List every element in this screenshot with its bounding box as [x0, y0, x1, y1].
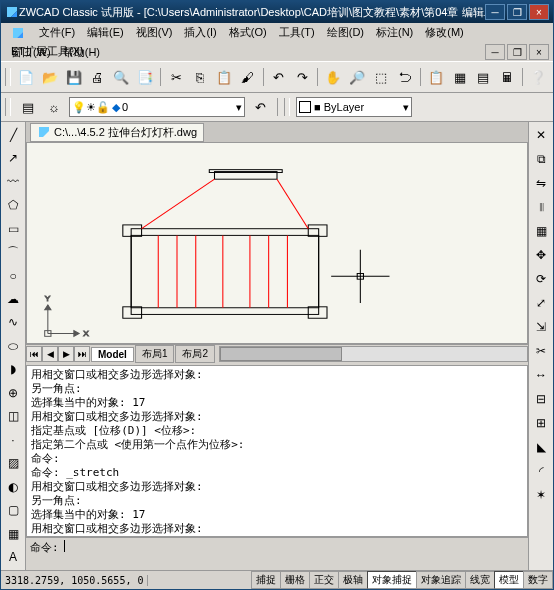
color-combo[interactable]: ■ ByLayer ▾: [296, 97, 412, 117]
snap-toggle[interactable]: 捕捉: [251, 571, 281, 589]
point-icon[interactable]: ·: [2, 429, 24, 450]
extend-icon[interactable]: ↔: [530, 364, 552, 386]
calc-icon[interactable]: 🖩: [496, 66, 518, 88]
offset-icon[interactable]: ⫴: [530, 196, 552, 218]
ortho-toggle[interactable]: 正交: [309, 571, 339, 589]
arc-icon[interactable]: ⌒: [2, 241, 24, 262]
osnap-toggle[interactable]: 对象捕捉: [367, 571, 417, 589]
ellipse-icon[interactable]: ⬭: [2, 335, 24, 356]
restore-button[interactable]: ❐: [507, 4, 527, 20]
polygon-icon[interactable]: ⬠: [2, 194, 24, 215]
undo-icon[interactable]: ↶: [268, 66, 290, 88]
polyline-icon[interactable]: 〰: [2, 171, 24, 192]
zoom-realtime-icon[interactable]: 🔎: [346, 66, 368, 88]
trim-icon[interactable]: ✂: [530, 340, 552, 362]
scale-icon[interactable]: ⤢: [530, 292, 552, 314]
doc-restore-button[interactable]: ❐: [507, 44, 527, 60]
copy-obj-icon[interactable]: ⧉: [530, 148, 552, 170]
designcenter-icon[interactable]: ▦: [449, 66, 471, 88]
tab-model[interactable]: Model: [91, 347, 134, 362]
xline-icon[interactable]: ↗: [2, 147, 24, 168]
app-menu-icon[interactable]: [5, 24, 31, 42]
layer-manager-icon[interactable]: ▤: [17, 96, 39, 118]
copy-icon[interactable]: ⎘: [189, 66, 211, 88]
gradient-icon[interactable]: ◐: [2, 476, 24, 497]
tab-layout1[interactable]: 布局1: [135, 345, 175, 363]
preview-icon[interactable]: 🔍: [110, 66, 132, 88]
print-icon[interactable]: 🖨: [87, 66, 109, 88]
zoom-window-icon[interactable]: ⬚: [370, 66, 392, 88]
ellipsearc-icon[interactable]: ◗: [2, 359, 24, 380]
model-toggle[interactable]: 模型: [494, 571, 524, 589]
otrack-toggle[interactable]: 对象追踪: [416, 571, 466, 589]
paste-icon[interactable]: 📋: [213, 66, 235, 88]
rotate-icon[interactable]: ⟳: [530, 268, 552, 290]
layer-states-icon[interactable]: ☼: [43, 96, 65, 118]
open-icon[interactable]: 📂: [39, 66, 61, 88]
menu-format[interactable]: 格式(O): [223, 23, 273, 42]
menu-modify[interactable]: 修改(M): [419, 23, 470, 42]
save-icon[interactable]: 💾: [63, 66, 85, 88]
block-icon[interactable]: ◫: [2, 406, 24, 427]
polar-toggle[interactable]: 极轴: [338, 571, 368, 589]
grid-toggle[interactable]: 栅格: [280, 571, 310, 589]
line-icon[interactable]: ╱: [2, 124, 24, 145]
menu-file[interactable]: 文件(F): [33, 23, 81, 42]
cut-icon[interactable]: ✂: [165, 66, 187, 88]
layer-prev-icon[interactable]: ↶: [249, 96, 271, 118]
layer-combo[interactable]: 💡 ☀ 🔓 ◆ 0 ▾: [69, 97, 245, 117]
minimize-button[interactable]: ─: [485, 4, 505, 20]
menu-help[interactable]: 帮助(H): [57, 43, 106, 62]
prev-tab-icon[interactable]: ◀: [42, 346, 58, 362]
first-tab-icon[interactable]: ⏮: [26, 346, 42, 362]
fillet-icon[interactable]: ◜: [530, 460, 552, 482]
publish-icon[interactable]: 📑: [134, 66, 156, 88]
drawing-area[interactable]: XY: [26, 142, 528, 344]
join-icon[interactable]: ⊞: [530, 412, 552, 434]
doc-close-button[interactable]: ×: [529, 44, 549, 60]
menu-dim[interactable]: 标注(N): [370, 23, 419, 42]
toolpalette-icon[interactable]: ▤: [472, 66, 494, 88]
chamfer-icon[interactable]: ◣: [530, 436, 552, 458]
toolbar-handle[interactable]: [284, 98, 290, 116]
close-button[interactable]: ×: [529, 4, 549, 20]
table-icon[interactable]: ▦: [2, 523, 24, 544]
redo-icon[interactable]: ↷: [291, 66, 313, 88]
erase-icon[interactable]: ✕: [530, 124, 552, 146]
spline-icon[interactable]: ∿: [2, 312, 24, 333]
pan-icon[interactable]: ✋: [322, 66, 344, 88]
move-icon[interactable]: ✥: [530, 244, 552, 266]
menu-draw[interactable]: 绘图(D): [321, 23, 370, 42]
hatch-icon[interactable]: ▨: [2, 453, 24, 474]
document-tab[interactable]: C:\...\4.5.2 拉伸台灯灯杆.dwg: [30, 123, 204, 142]
zoom-prev-icon[interactable]: ⮌: [394, 66, 416, 88]
insert-icon[interactable]: ⊕: [2, 382, 24, 403]
menu-view[interactable]: 视图(V): [130, 23, 179, 42]
revcloud-icon[interactable]: ☁: [2, 288, 24, 309]
stretch-icon[interactable]: ⇲: [530, 316, 552, 338]
explode-icon[interactable]: ✶: [530, 484, 552, 506]
circle-icon[interactable]: ○: [2, 265, 24, 286]
next-tab-icon[interactable]: ▶: [58, 346, 74, 362]
new-icon[interactable]: 📄: [15, 66, 37, 88]
lineweight-toggle[interactable]: 线宽: [465, 571, 495, 589]
horizontal-scrollbar[interactable]: [219, 346, 528, 362]
mtext-icon[interactable]: A: [2, 546, 24, 567]
menu-tools[interactable]: 工具(T): [273, 23, 321, 42]
array-icon[interactable]: ▦: [530, 220, 552, 242]
menu-edit[interactable]: 编辑(E): [81, 23, 130, 42]
help-icon[interactable]: ❔: [527, 66, 549, 88]
last-tab-icon[interactable]: ⏭: [74, 346, 90, 362]
region-icon[interactable]: ▢: [2, 500, 24, 521]
toolbar-handle[interactable]: [5, 68, 11, 86]
toolbar-handle[interactable]: [5, 98, 11, 116]
properties-icon[interactable]: 📋: [425, 66, 447, 88]
doc-minimize-button[interactable]: ─: [485, 44, 505, 60]
tab-layout2[interactable]: 布局2: [175, 345, 215, 363]
menu-window[interactable]: 窗口(W): [5, 43, 57, 62]
mirror-icon[interactable]: ⇋: [530, 172, 552, 194]
rectangle-icon[interactable]: ▭: [2, 218, 24, 239]
command-line[interactable]: 命令:: [26, 537, 528, 570]
break-icon[interactable]: ⊟: [530, 388, 552, 410]
menu-insert[interactable]: 插入(I): [178, 23, 222, 42]
